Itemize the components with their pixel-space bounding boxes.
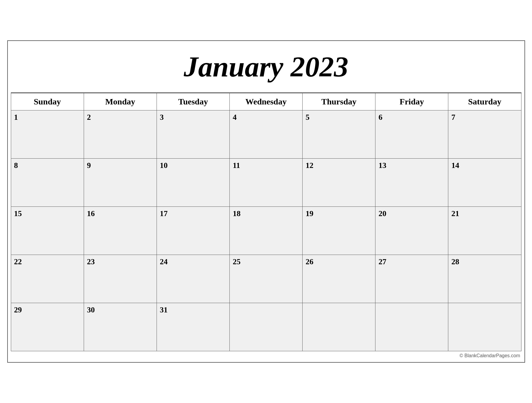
week-row-2: 891011121314 [11,159,521,207]
calendar-day-cell: 21 [448,207,521,255]
day-number: 22 [14,257,22,266]
day-number: 4 [233,113,237,122]
calendar-day-cell: 2 [84,110,157,159]
day-number: 21 [451,209,459,218]
calendar-day-cell: 7 [448,110,521,159]
day-number: 28 [451,257,459,266]
day-number: 27 [378,257,386,266]
day-number: 3 [160,113,164,122]
calendar-day-cell: 8 [11,159,84,207]
calendar-day-cell: 17 [157,207,229,255]
calendar-day-cell: 18 [229,207,302,255]
day-number: 23 [87,257,95,266]
calendar-title: January 2023 [11,44,521,93]
day-number: 29 [14,305,22,314]
calendar-day-cell: 11 [229,159,302,207]
day-number: 30 [87,305,95,314]
calendar-day-cell: 29 [11,303,84,351]
calendar-grid: Sunday Monday Tuesday Wednesday Thursday… [11,93,521,351]
day-number: 20 [378,209,386,218]
calendar-day-cell: 16 [84,207,157,255]
day-number: 26 [306,257,313,266]
watermark: © BlankCalendarPages.com [11,351,521,359]
week-row-5: 293031 [11,303,521,351]
day-header-monday: Monday [84,93,157,110]
day-number: 12 [306,161,313,170]
day-number: 25 [233,257,241,266]
day-number: 9 [87,161,91,170]
week-row-4: 22232425262728 [11,255,521,303]
day-number: 8 [14,161,18,170]
calendar-day-cell: 31 [157,303,229,351]
day-number: 31 [160,305,168,314]
calendar-container: January 2023 Sunday Monday Tuesday Wedne… [7,40,525,363]
calendar-day-cell: 1 [11,110,84,159]
week-row-1: 1234567 [11,110,521,159]
days-of-week-row: Sunday Monday Tuesday Wednesday Thursday… [11,93,521,110]
day-number: 2 [87,113,91,122]
calendar-day-cell: 15 [11,207,84,255]
calendar-day-cell: 3 [157,110,229,159]
calendar-day-cell: 22 [11,255,84,303]
calendar-day-cell: 25 [229,255,302,303]
day-number: 11 [233,161,240,170]
day-header-wednesday: Wednesday [229,93,302,110]
day-header-sunday: Sunday [11,93,84,110]
calendar-day-cell [303,303,375,351]
day-number: 6 [378,113,382,122]
calendar-day-cell [448,303,521,351]
calendar-day-cell: 13 [375,159,448,207]
calendar-day-cell: 6 [375,110,448,159]
calendar-day-cell: 12 [303,159,375,207]
week-row-3: 15161718192021 [11,207,521,255]
calendar-day-cell: 19 [303,207,375,255]
calendar-day-cell: 14 [448,159,521,207]
calendar-day-cell [229,303,302,351]
calendar-day-cell: 23 [84,255,157,303]
calendar-day-cell: 30 [84,303,157,351]
day-number: 14 [451,161,459,170]
day-header-thursday: Thursday [303,93,375,110]
day-header-tuesday: Tuesday [157,93,229,110]
day-header-friday: Friday [375,93,448,110]
day-number: 5 [306,113,310,122]
day-number: 19 [306,209,313,218]
calendar-day-cell: 4 [229,110,302,159]
day-header-saturday: Saturday [448,93,521,110]
day-number: 16 [87,209,95,218]
day-number: 13 [378,161,386,170]
calendar-day-cell [375,303,448,351]
calendar-day-cell: 28 [448,255,521,303]
calendar-day-cell: 9 [84,159,157,207]
day-number: 1 [14,113,18,122]
day-number: 17 [160,209,168,218]
day-number: 24 [160,257,168,266]
calendar-day-cell: 10 [157,159,229,207]
day-number: 18 [233,209,241,218]
day-number: 10 [160,161,168,170]
day-number: 7 [451,113,455,122]
calendar-day-cell: 24 [157,255,229,303]
calendar-day-cell: 20 [375,207,448,255]
calendar-day-cell: 26 [303,255,375,303]
calendar-day-cell: 27 [375,255,448,303]
day-number: 15 [14,209,22,218]
calendar-day-cell: 5 [303,110,375,159]
